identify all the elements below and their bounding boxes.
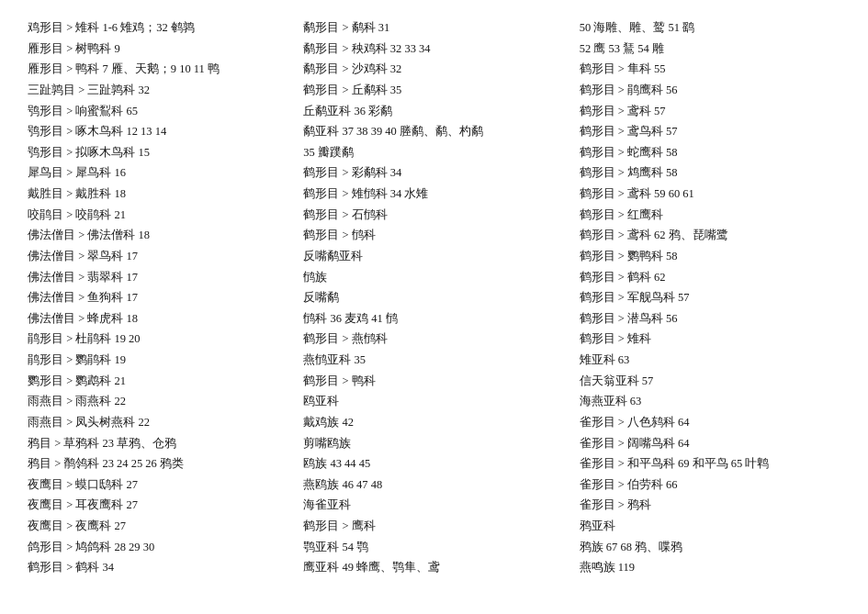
- list-item: 鸦族 67 68 鸦、喋鸦: [580, 538, 840, 557]
- list-item: 燕鸻亚科 35: [303, 351, 564, 370]
- list-item: 鹤形目 > 鹰科: [303, 517, 564, 536]
- list-item: 鹬形目 > 秧鸡科 32 33 34: [303, 39, 564, 59]
- list-item: 鹤形目 > 蛇鹰科 58: [580, 143, 840, 162]
- list-item: 鹤形目 > 雉科: [580, 329, 840, 349]
- list-item: 雨燕目 > 雨燕科 22: [28, 392, 288, 411]
- list-item: 鹤形目 > 鸢科 57: [580, 102, 840, 121]
- list-item: 佛法僧目 > 蜂虎科 18: [28, 309, 288, 329]
- list-item: 犀鸟目 > 犀鸟科 16: [28, 163, 288, 183]
- list-item: 鹰亚科 49 蜂鹰、鹗隼、鸢: [303, 558, 564, 577]
- list-item: 戴鸡族 42: [303, 413, 564, 432]
- list-item: 鹤形目 > 鹤科 34: [28, 558, 288, 577]
- list-item: 鹤形目 > 潜鸟科 56: [580, 309, 840, 329]
- list-item: 鹤形目 > 鸭科: [303, 372, 564, 391]
- list-item: 信天翁亚科 57: [580, 372, 840, 391]
- list-item: 戴胜目 > 戴胜科 18: [28, 184, 288, 204]
- list-item: 鹗亚科 54 鹗: [303, 538, 564, 557]
- list-item: 佛法僧目 > 翠鸟科 17: [28, 247, 288, 266]
- list-item: 夜鹰目 > 耳夜鹰科 27: [28, 496, 288, 515]
- list-item: 鸮形目 > 啄木鸟科 12 13 14: [28, 122, 288, 141]
- list-item: 鹤形目 > 鹃鹰科 56: [580, 81, 840, 100]
- list-item: 咬鹃目 > 咬鹃科 21: [28, 206, 288, 225]
- list-item: 雁形目 > 树鸭科 9: [28, 39, 288, 59]
- list-item: 鹤形目 > 石鸻科: [303, 206, 564, 225]
- list-item: 佛法僧目 > 佛法僧科 18: [28, 226, 288, 245]
- list-item: 鸦亚科: [580, 517, 840, 536]
- list-item: 鹬形目 > 鹬科 31: [303, 18, 564, 38]
- list-item: 鹤形目 > 隼科 55: [580, 60, 840, 79]
- list-item: 剪嘴鸥族: [303, 434, 564, 453]
- list-item: 燕鸥族 46 47 48: [303, 475, 564, 495]
- list-item: 夜鹰目 > 蟆口鸱科 27: [28, 475, 288, 495]
- list-item: 鹤形目 > 军舰鸟科 57: [580, 288, 840, 307]
- list-item: 佛法僧目 > 鱼狗科 17: [28, 288, 288, 307]
- list-item: 鸥族 43 44 45: [303, 454, 564, 474]
- column-1: 鸡形目 > 雉科 1-6 雉鸡；32 鹌鹑雁形目 > 树鸭科 9雁形目 > 鸭科…: [28, 18, 296, 577]
- list-item: 鸻族: [303, 268, 564, 287]
- list-item: 鹤形目 > 雉鸻科 34 水雉: [303, 184, 564, 204]
- list-item: 三趾鹑目 > 三趾鹑科 32: [28, 81, 288, 100]
- list-item: 鸮形目 > 拟啄木鸟科 15: [28, 143, 288, 162]
- list-item: 雀形目 > 伯劳科 66: [580, 475, 840, 495]
- list-item: 佛法僧目 > 翡翠科 17: [28, 268, 288, 287]
- list-item: 雀形目 > 八色鸫科 64: [580, 413, 840, 432]
- list-item: 鸦目 > 鹡鸰科 23 24 25 26 鸦类: [28, 454, 288, 474]
- list-item: 鸦目 > 草鸦科 23 草鸦、仓鸦: [28, 434, 288, 453]
- list-item: 鹬形目 > 沙鸡科 32: [303, 60, 564, 79]
- list-item: 鹤形目 > 鸻科: [303, 226, 564, 245]
- list-item: 雉亚科 63: [580, 351, 840, 370]
- list-item: 雀形目 > 和平鸟科 69 和平鸟 65 叶鹎: [580, 454, 840, 474]
- list-item: 鹦形目 > 鹦鹉科 21: [28, 372, 288, 391]
- list-item: 丘鹬亚科 36 彩鹬: [303, 102, 564, 121]
- list-item: 鹤形目 > 鸩鹰科 58: [580, 163, 840, 183]
- list-item: 鹤形目 > 鸢科 59 60 61: [580, 184, 840, 204]
- column-3: 50 海雕、雕、鹫 51 鹞 52 鹰 53 鵟 54 雕鹤形目 > 隼科 55…: [572, 18, 840, 577]
- list-item: 鸥亚科: [303, 392, 564, 411]
- list-item: 鹤形目 > 鸢科 62 鸦、琵嘴鹭: [580, 226, 840, 245]
- column-2: 鹬形目 > 鹬科 31鹬形目 > 秧鸡科 32 33 34鹬形目 > 沙鸡科 3…: [296, 18, 571, 577]
- list-item: 反嘴鹬: [303, 288, 564, 307]
- list-item: 夜鹰目 > 夜鹰科 27: [28, 517, 288, 536]
- list-item: 雀形目 > 阔嘴鸟科 64: [580, 434, 840, 453]
- list-item: 鸡形目 > 雉科 1-6 雉鸡；32 鹌鹑: [28, 18, 288, 38]
- list-item: 鸻科 36 麦鸡 41 鸻: [303, 309, 564, 329]
- list-item: 鹤形目 > 鸢鸟科 57: [580, 122, 840, 141]
- list-item: 雁形目 > 鸭科 7 雁、天鹅；9 10 11 鸭: [28, 60, 288, 79]
- list-item: 雨燕目 > 凤头树燕科 22: [28, 413, 288, 432]
- list-item: 鹤形目 > 彩鹬科 34: [303, 163, 564, 183]
- list-item: 海燕亚科 63: [580, 392, 840, 411]
- list-item: 鹤形目 > 红鹰科: [580, 206, 840, 225]
- list-item: 50 海雕、雕、鹫 51 鹞: [580, 18, 840, 38]
- list-item: 鹬亚科 37 38 39 40 塍鹬、鹬、杓鹬: [303, 122, 564, 141]
- list-item: 燕鸣族 119: [580, 558, 840, 577]
- list-item: 海雀亚科: [303, 496, 564, 515]
- list-item: 鹤形目 > 鹦鸭科 58: [580, 247, 840, 266]
- main-content: 鸡形目 > 雉科 1-6 雉鸡；32 鹌鹑雁形目 > 树鸭科 9雁形目 > 鸭科…: [28, 18, 840, 577]
- list-item: 52 鹰 53 鵟 54 雕: [580, 39, 840, 59]
- list-item: 鹃形目 > 鹦鹃科 19: [28, 351, 288, 370]
- list-item: 雀形目 > 鸦科: [580, 496, 840, 515]
- list-item: 鹤形目 > 丘鹬科 35: [303, 81, 564, 100]
- list-item: 反嘴鹬亚科: [303, 247, 564, 266]
- list-item: 鹤形目 > 燕鸻科: [303, 329, 564, 349]
- list-item: 鹤形目 > 鹤科 62: [580, 268, 840, 287]
- list-item: 鸮形目 > 响蜜鴷科 65: [28, 102, 288, 121]
- list-item: 鹃形目 > 杜鹃科 19 20: [28, 329, 288, 349]
- list-item: 35 瓣蹼鹬: [303, 143, 564, 162]
- list-item: 鸽形目 > 鸠鸽科 28 29 30: [28, 538, 288, 557]
